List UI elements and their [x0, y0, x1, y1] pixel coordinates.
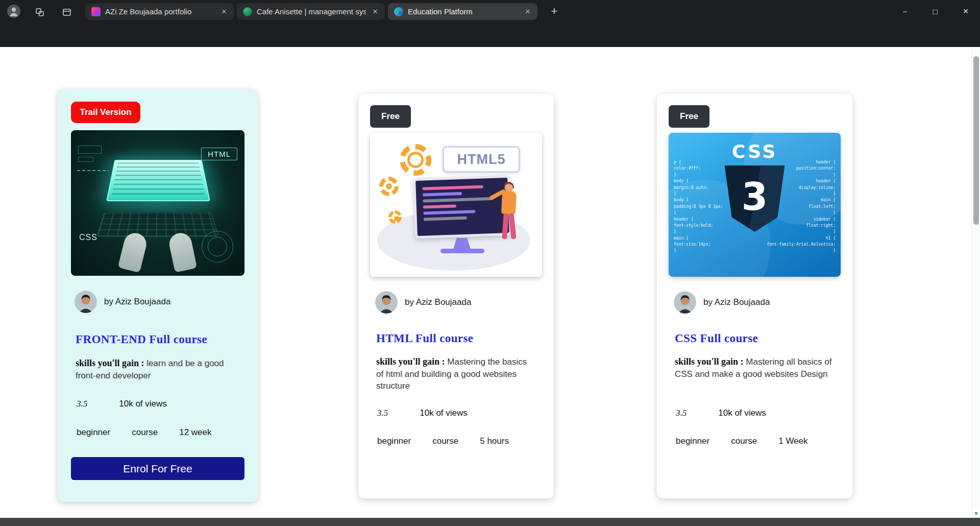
- skills-paragraph: skills you'll gain : Mastering the basic…: [376, 355, 535, 392]
- scrollbar-thumb[interactable]: [973, 56, 979, 225]
- author-name: by Aziz Boujaada: [405, 297, 471, 307]
- tab-education-favicon: [394, 7, 403, 16]
- course-title: FRONT-END Full course: [76, 333, 207, 346]
- code-line: [423, 210, 475, 215]
- new-tab-button[interactable]: +: [547, 4, 561, 18]
- level-label: beginner: [377, 436, 411, 446]
- author-row: by Aziz Boujaada: [75, 291, 170, 313]
- author-avatar: [75, 291, 97, 313]
- workspaces-icon[interactable]: [33, 6, 46, 19]
- author-row: by Aziz Boujaada: [674, 291, 770, 314]
- views-count: 10k of views: [718, 408, 766, 418]
- css-code-snippet: p { color:#fff; } body { margin:0 auto; …: [674, 159, 723, 254]
- type-label: course: [731, 436, 757, 446]
- person-illustration: [496, 182, 526, 261]
- hand-illustration: [118, 231, 149, 273]
- monitor-base: [440, 249, 484, 253]
- browser-chrome: AZi Ze Boujaada portfolio × Cafe Anisett…: [0, 0, 980, 47]
- author-name: by Aziz Boujaada: [104, 297, 170, 307]
- author-name: by Aziz Boujaada: [703, 297, 770, 307]
- tab-portfolio[interactable]: AZi Ze Boujaada portfolio ×: [85, 3, 234, 20]
- address-toolbar: ← ↻ File | C:/Users/AZi%20Ze/OneDrive/Do…: [0, 22, 980, 47]
- circuit-chip: [78, 146, 102, 154]
- profile-icon: [7, 5, 20, 18]
- circuit-dots: [77, 170, 109, 171]
- hud-ring: [202, 231, 233, 262]
- hand-illustration: [167, 231, 197, 273]
- tab-title: AZi Ze Boujaada portfolio: [105, 7, 215, 16]
- window-bottom-edge: [0, 518, 980, 526]
- course-image-html: HTML5: [370, 133, 542, 277]
- rating-value: 3.5: [377, 408, 388, 418]
- author-avatar: [674, 291, 696, 314]
- code-line: [423, 204, 456, 208]
- skills-paragraph: skills you'll gain : Mastering all basic…: [675, 355, 834, 380]
- laptop-keyboard: [96, 212, 219, 237]
- html-tag-label: HTML: [201, 148, 237, 160]
- close-window-button[interactable]: ×: [954, 0, 977, 22]
- person-leg: [502, 213, 508, 240]
- level-label: beginner: [676, 436, 709, 446]
- circuit-chip: [78, 157, 93, 162]
- rating-row: 3.5 10k of views: [676, 408, 766, 418]
- views-count: 10k of views: [119, 399, 167, 409]
- rating-value: 3.5: [676, 408, 687, 418]
- course-title: CSS Full course: [675, 332, 758, 345]
- tab-title: Cafe Anisette | management syste: [257, 7, 366, 16]
- css-logo-word: CSS: [669, 141, 841, 162]
- css-tag-label: CSS: [79, 233, 97, 242]
- level-label: beginner: [77, 427, 110, 438]
- tab-cafe-favicon: [243, 7, 252, 16]
- tab-portfolio-favicon: [91, 7, 101, 16]
- course-title: HTML Full course: [376, 332, 473, 345]
- tab-cafe-anisette[interactable]: Cafe Anisette | management syste ×: [237, 3, 385, 20]
- minimize-button[interactable]: −: [893, 0, 917, 22]
- gear-icon: [379, 177, 399, 196]
- person-body: [501, 190, 517, 214]
- tab-actions-icon[interactable]: [60, 6, 74, 19]
- duration-label: 12 week: [179, 427, 211, 438]
- laptop-screen: [106, 160, 210, 201]
- gear-icon: [388, 210, 402, 224]
- enrol-button[interactable]: Enrol For Free: [71, 457, 244, 480]
- tab-education-platform[interactable]: Education Platform ×: [388, 3, 537, 20]
- type-label: course: [132, 427, 158, 438]
- tab-bar: AZi Ze Boujaada portfolio × Cafe Anisett…: [0, 0, 980, 22]
- profile-avatar[interactable]: [7, 5, 20, 18]
- code-line: [423, 197, 492, 203]
- duration-label: 1 Week: [778, 436, 807, 446]
- rating-row: 3.5 10k of views: [377, 408, 468, 418]
- html5-sign: HTML5: [443, 146, 520, 173]
- course-image-css: p { color:#fff; } body { margin:0 auto; …: [669, 133, 841, 277]
- duration-label: 5 hours: [480, 436, 509, 446]
- course-card-frontend: Trail Version HTML CSS by Aziz Bo: [58, 89, 258, 502]
- skills-label: skills you'll gain :: [376, 356, 445, 367]
- meta-row: beginner course 5 hours: [377, 436, 509, 446]
- tab-close-icon[interactable]: ×: [371, 6, 380, 17]
- course-image-frontend: HTML CSS: [71, 130, 244, 276]
- tab-close-icon[interactable]: ×: [219, 6, 229, 17]
- tab-title: Education Platform: [408, 7, 519, 16]
- skills-paragraph: skills you'll gain : learn and be a good…: [76, 357, 245, 381]
- meta-row: beginner course 12 week: [77, 427, 212, 438]
- gear-icon: [400, 144, 431, 176]
- skills-label: skills you'll gain :: [675, 356, 744, 367]
- author-avatar: [375, 291, 398, 314]
- person-leg: [508, 213, 516, 240]
- type-label: course: [432, 436, 458, 446]
- code-line: [423, 192, 462, 197]
- vertical-scrollbar[interactable]: ▼: [971, 47, 980, 518]
- meta-row: beginner course 1 Week: [676, 436, 808, 446]
- badge-free: Free: [669, 105, 709, 128]
- badge-free: Free: [370, 105, 411, 128]
- code-line: [424, 217, 467, 221]
- rating-row: 3.5 10k of views: [77, 399, 167, 409]
- scroll-down-arrow-icon[interactable]: ▼: [972, 509, 980, 518]
- maximize-button[interactable]: □: [923, 0, 947, 22]
- code-line: [423, 185, 483, 190]
- author-row: by Aziz Boujaada: [375, 291, 471, 314]
- tab-close-icon[interactable]: ×: [523, 6, 532, 17]
- code-lines: [111, 162, 205, 197]
- badge-trial-version: Trail Version: [71, 102, 140, 123]
- course-card-html: Free HTML5: [358, 94, 554, 498]
